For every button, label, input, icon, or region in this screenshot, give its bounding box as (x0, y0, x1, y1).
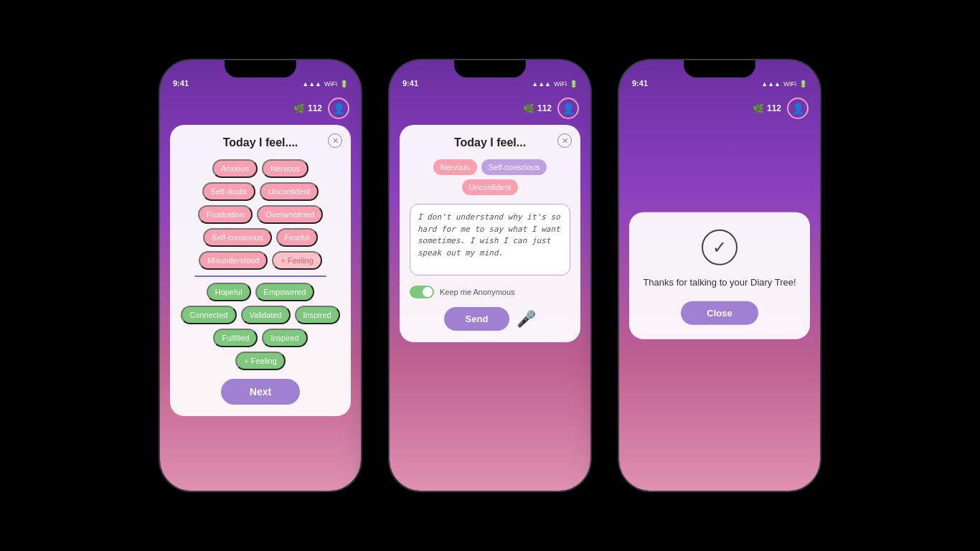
score-badge-3: 🌿 112 (753, 103, 781, 114)
card-title-1: Today I feel.... (180, 136, 341, 149)
selected-tag-unconfident[interactable]: Unconfident (462, 179, 519, 195)
phone-1: 9:41 ▲▲▲ WiFi 🔋 🌿 112 👤 ✕ Today I feel..… (160, 60, 361, 491)
avatar-3[interactable]: 👤 (787, 98, 809, 119)
score-value-2: 112 (537, 103, 552, 113)
avatar-1[interactable]: 👤 (328, 98, 349, 119)
negative-tags-row5: Misunderstood + Feeling (180, 251, 341, 270)
tag-misunderstood[interactable]: Misunderstood (199, 251, 268, 270)
close-button-2[interactable]: ✕ (557, 133, 572, 148)
plus-icon-pos: + (244, 357, 248, 365)
battery-icon-2: 🔋 (570, 80, 578, 88)
divider (194, 276, 326, 277)
close-card-button[interactable]: Close (681, 301, 758, 324)
tag-inspired2[interactable]: Inspired (262, 329, 307, 347)
thanks-text: Thanks for talking to your Diary Tree! (641, 276, 798, 290)
negative-tags-row3: Frustration Overwhelmed (180, 205, 341, 224)
feel-card-2: ✕ Today I feel... Nervous Self-conscious… (400, 125, 580, 342)
notch (225, 60, 296, 77)
tag-self-conscious[interactable]: Self-conscious (203, 228, 272, 247)
tag-unconfident[interactable]: Unconfident (260, 182, 319, 201)
score-value-1: 112 (308, 103, 322, 113)
close-button-1[interactable]: ✕ (328, 133, 342, 148)
tag-anxious[interactable]: Anxious (212, 159, 258, 178)
microphone-icon[interactable]: 🎤 (517, 310, 536, 329)
tag-inspired[interactable]: Inspired (295, 306, 340, 324)
top-bar-2: 🌿 112 👤 (390, 92, 590, 125)
positive-tags-row2: Connected Validated Inspired (180, 306, 341, 324)
signal-icon: ▲▲▲ (302, 80, 321, 88)
tag-overwhelmed[interactable]: Overwhelmed (257, 205, 323, 224)
send-button[interactable]: Send (444, 307, 510, 331)
selected-tag-self-conscious[interactable]: Self-conscious (481, 159, 547, 175)
tag-hopeful[interactable]: Hopeful (207, 283, 251, 301)
add-pos-label: Feeling (251, 357, 277, 365)
battery-icon: 🔋 (340, 80, 348, 88)
top-bar-1: 🌿 112 👤 (160, 92, 361, 125)
phone-1-screen: 9:41 ▲▲▲ WiFi 🔋 🌿 112 👤 ✕ Today I feel..… (160, 60, 361, 491)
add-neg-feeling-btn[interactable]: + Feeling (272, 251, 322, 270)
positive-tags-row3: Fulfilled Inspired (180, 329, 341, 347)
status-icons-2: ▲▲▲ WiFi 🔋 (532, 80, 578, 88)
leaf-icon-1: 🌿 (293, 103, 305, 114)
score-badge-1: 🌿 112 (293, 103, 322, 114)
status-icons-1: ▲▲▲ WiFi 🔋 (302, 80, 348, 88)
positive-tags-row1: Hopeful Empowered (180, 283, 341, 301)
leaf-icon-2: 🌿 (523, 103, 534, 114)
negative-tags-row4: Self-conscious Fearful (180, 228, 341, 247)
thanks-card: ✓ Thanks for talking to your Diary Tree!… (629, 212, 810, 339)
avatar-icon-1: 👤 (333, 103, 345, 114)
status-time-3: 9:41 (632, 79, 648, 88)
score-value-3: 112 (767, 103, 781, 113)
selected-tags-group: Nervous Self-conscious Unconfident (410, 159, 570, 195)
anonymous-label: Keep me Anonymous (440, 288, 515, 296)
leaf-icon-3: 🌿 (753, 103, 764, 114)
wifi-icon-3: WiFi (783, 80, 796, 88)
tag-connected[interactable]: Connected (181, 306, 236, 324)
score-badge-2: 🌿 112 (523, 103, 552, 114)
next-button[interactable]: Next (221, 379, 300, 405)
tag-self-doubt[interactable]: Self-doubt (202, 182, 255, 201)
negative-tags-row2: Self-doubt Unconfident (180, 182, 341, 201)
plus-icon-neg: + (281, 256, 285, 265)
tag-empowered[interactable]: Empowered (255, 283, 315, 301)
status-time-2: 9:41 (402, 79, 418, 88)
tag-fulfilled[interactable]: Fulfilled (213, 329, 258, 347)
add-pos-row: + Feeling (180, 352, 341, 370)
anonymous-toggle[interactable] (410, 286, 434, 298)
anonymous-toggle-row: Keep me Anonymous (410, 286, 570, 298)
battery-icon-3: 🔋 (799, 80, 807, 88)
phone-2: 9:41 ▲▲▲ WiFi 🔋 🌿 112 👤 ✕ Today I feel..… (390, 60, 590, 491)
notch-2 (454, 60, 526, 77)
add-pos-feeling-btn[interactable]: + Feeling (235, 352, 286, 370)
phone-3: 9:41 ▲▲▲ WiFi 🔋 🌿 112 👤 ✓ Thanks for tal… (619, 60, 820, 491)
add-neg-label: Feeling (288, 256, 314, 265)
signal-icon-2: ▲▲▲ (532, 80, 551, 88)
signal-icon-3: ▲▲▲ (761, 80, 781, 88)
selected-tag-nervous[interactable]: Nervous (433, 159, 477, 175)
wifi-icon-2: WiFi (554, 80, 567, 88)
tag-validated[interactable]: Validated (241, 306, 291, 324)
status-icons-3: ▲▲▲ WiFi 🔋 (761, 80, 807, 88)
card-title-2: Today I feel... (410, 136, 570, 149)
tag-frustration[interactable]: Frustration (198, 205, 253, 224)
notch-3 (684, 60, 755, 77)
tag-fearful[interactable]: Fearful (276, 228, 318, 247)
top-bar-3: 🌿 112 👤 (619, 92, 820, 125)
feel-card-1: ✕ Today I feel.... Anxious Nervous Self-… (170, 125, 351, 416)
wifi-icon: WiFi (324, 80, 337, 88)
phone-3-screen: 9:41 ▲▲▲ WiFi 🔋 🌿 112 👤 ✓ Thanks for tal… (619, 60, 820, 491)
send-row: Send 🎤 (410, 307, 570, 331)
avatar-icon-3: 👤 (792, 103, 804, 114)
feel-textarea[interactable]: I don't understand why it's so hard for … (410, 204, 570, 276)
avatar-icon-2: 👤 (562, 103, 575, 114)
checkmark-icon: ✓ (702, 230, 738, 265)
status-time-1: 9:41 (173, 79, 189, 88)
phone-2-screen: 9:41 ▲▲▲ WiFi 🔋 🌿 112 👤 ✕ Today I feel..… (390, 60, 590, 491)
tag-nervous[interactable]: Nervous (262, 159, 308, 178)
avatar-2[interactable]: 👤 (557, 98, 579, 119)
negative-tags-row1: Anxious Nervous (180, 159, 341, 178)
